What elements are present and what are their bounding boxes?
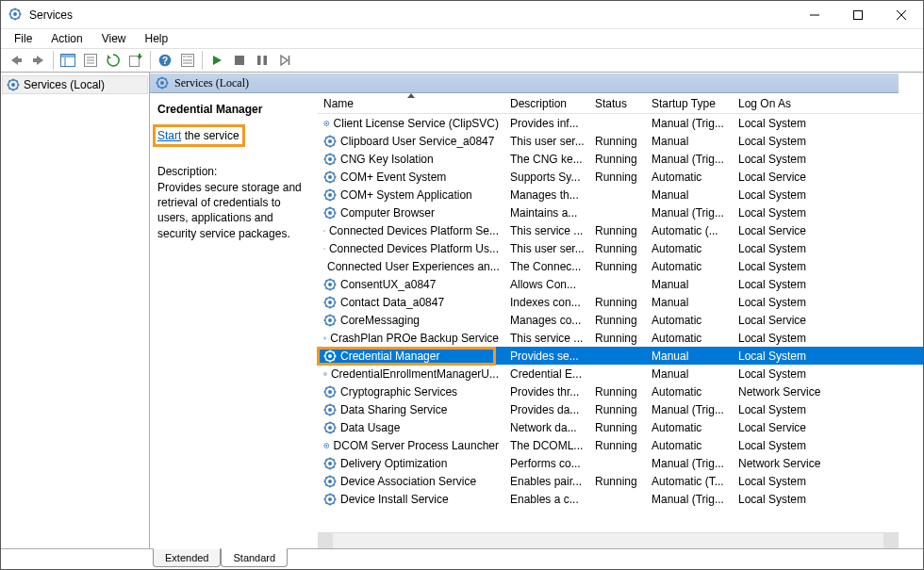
list-icon — [181, 54, 194, 67]
menu-action[interactable]: Action — [43, 30, 90, 47]
export-button[interactable] — [125, 50, 146, 71]
close-icon — [897, 10, 906, 20]
service-row[interactable]: CoreMessagingManages co...RunningAutomat… — [318, 311, 923, 329]
cell-logon: Local Service — [733, 224, 855, 237]
cell-name: DCOM Server Process Launcher — [334, 439, 499, 452]
column-name[interactable]: Name — [318, 93, 504, 113]
service-row[interactable]: CNG Key IsolationThe CNG ke...RunningMan… — [318, 150, 923, 168]
cell-logon: Local System — [733, 493, 855, 506]
service-row[interactable]: COM+ System ApplicationManages th...Manu… — [318, 186, 923, 204]
svg-rect-25 — [33, 58, 38, 62]
gear-icon — [323, 457, 337, 470]
service-row[interactable]: DCOM Server Process LauncherThe DCOML...… — [318, 436, 923, 454]
horizontal-scrollbar[interactable] — [318, 532, 899, 548]
cell-logon: Local Service — [733, 314, 855, 327]
refresh-button[interactable] — [103, 50, 124, 71]
service-row[interactable]: Clipboard User Service_a0847This user se… — [318, 132, 923, 150]
service-row[interactable]: Cryptographic ServicesProvides thr...Run… — [318, 383, 923, 400]
cell-logon: Local System — [733, 367, 855, 381]
service-row[interactable]: COM+ Event SystemSupports Sy...RunningAu… — [318, 168, 923, 186]
cell-name: CNG Key Isolation — [340, 153, 434, 166]
cell-startup: Automatic — [646, 242, 733, 255]
cell-logon: Local System — [733, 332, 855, 345]
service-stop-button[interactable] — [229, 50, 250, 71]
cell-status: Running — [589, 296, 646, 309]
toolbar-properties2-button[interactable] — [177, 50, 198, 71]
cell-startup: Manual — [646, 296, 733, 309]
column-headers: Name Description Status Startup Type Log… — [318, 93, 923, 114]
cell-startup: Automatic — [646, 332, 733, 345]
cell-name: CredentialEnrollmentManagerU... — [331, 367, 499, 381]
show-hide-tree-button[interactable] — [58, 50, 78, 71]
cell-name: Data Sharing Service — [340, 403, 447, 416]
gear-icon — [323, 278, 337, 291]
cell-name: CrashPlan PROe Backup Service — [330, 332, 499, 345]
service-row[interactable]: ConsentUX_a0847Allows Con...ManualLocal … — [318, 275, 923, 293]
service-rows[interactable]: Client License Service (ClipSVC)Provides… — [318, 114, 923, 532]
restart-icon — [278, 55, 291, 66]
column-startup[interactable]: Startup Type — [646, 93, 733, 113]
service-row[interactable]: Device Association ServiceEnables pair..… — [318, 472, 923, 490]
maximize-button[interactable] — [836, 1, 880, 28]
service-start-button[interactable] — [206, 50, 227, 71]
properties-button[interactable] — [80, 50, 101, 71]
gear-icon — [323, 296, 337, 309]
column-status[interactable]: Status — [589, 93, 646, 113]
tab-extended[interactable]: Extended — [153, 548, 221, 567]
service-row[interactable]: Data UsageNetwork da...RunningAutomaticL… — [318, 418, 923, 436]
service-row[interactable]: Client License Service (ClipSVC)Provides… — [318, 114, 923, 132]
nav-back-button[interactable] — [6, 50, 26, 71]
start-service-link[interactable]: Start — [157, 129, 181, 142]
cell-startup: Automatic (... — [646, 224, 733, 237]
cell-logon: Local System — [733, 260, 855, 273]
close-button[interactable] — [880, 1, 923, 28]
service-restart-button[interactable] — [274, 50, 295, 71]
service-row[interactable]: Delivery OptimizationPerforms co...Manua… — [318, 454, 923, 472]
menu-view[interactable]: View — [94, 30, 134, 47]
cell-description: The DCOML... — [504, 439, 589, 452]
back-arrow-icon — [9, 55, 23, 66]
gear-icon — [323, 439, 330, 452]
menu-file[interactable]: File — [7, 30, 40, 47]
tree-services-local[interactable]: Services (Local) — [2, 75, 148, 94]
minimize-button[interactable] — [793, 1, 836, 28]
tab-standard[interactable]: Standard — [221, 548, 288, 567]
nav-forward-button[interactable] — [28, 50, 49, 71]
cell-name: ConsentUX_a0847 — [340, 278, 436, 291]
caption-bar: Services (Local) — [150, 73, 899, 93]
service-row[interactable]: Data Sharing ServiceProvides da...Runnin… — [318, 400, 923, 418]
service-row[interactable]: Connected Devices Platform Se...This ser… — [318, 221, 923, 239]
cell-logon: Local System — [733, 206, 855, 220]
export-icon — [129, 54, 142, 67]
cell-description: Credential E... — [504, 367, 589, 381]
column-logon[interactable]: Log On As — [733, 93, 855, 113]
cell-description: The CNG ke... — [504, 153, 589, 166]
cell-name: Contact Data_a0847 — [340, 296, 444, 309]
cell-status: Running — [589, 385, 646, 399]
cell-logon: Local System — [733, 439, 855, 452]
svg-rect-21 — [854, 10, 863, 19]
refresh-icon — [107, 54, 120, 67]
cell-description: Indexes con... — [504, 296, 589, 309]
cell-status: Running — [589, 332, 646, 345]
column-description[interactable]: Description — [504, 93, 589, 113]
forward-arrow-icon — [32, 55, 45, 66]
service-row[interactable]: Connected User Experiences an...The Conn… — [318, 257, 923, 275]
cell-name: COM+ Event System — [340, 171, 446, 184]
help-button[interactable]: ? — [155, 50, 175, 71]
bottom-tabs: Extended Standard — [1, 548, 923, 569]
cell-status: Running — [589, 242, 646, 255]
menu-help[interactable]: Help — [138, 30, 176, 47]
service-pause-button[interactable] — [252, 50, 272, 71]
service-row[interactable]: Credential ManagerProvides se...ManualLo… — [318, 347, 923, 365]
service-row[interactable]: Contact Data_a0847Indexes con...RunningM… — [318, 293, 923, 311]
service-row[interactable]: Computer BrowserMaintains a...Manual (Tr… — [318, 204, 923, 221]
service-row[interactable]: Connected Devices Platform Us...This use… — [318, 239, 923, 257]
service-row[interactable]: Device Install ServiceEnables a c...Manu… — [318, 490, 923, 508]
cell-description: The Connec... — [504, 260, 589, 273]
service-row[interactable]: CrashPlan PROe Backup ServiceThis servic… — [318, 329, 923, 347]
cell-name: Device Association Service — [340, 475, 476, 488]
cell-logon: Local System — [733, 475, 855, 488]
cell-description: This service ... — [504, 224, 589, 237]
service-row[interactable]: CredentialEnrollmentManagerU...Credentia… — [318, 365, 923, 383]
